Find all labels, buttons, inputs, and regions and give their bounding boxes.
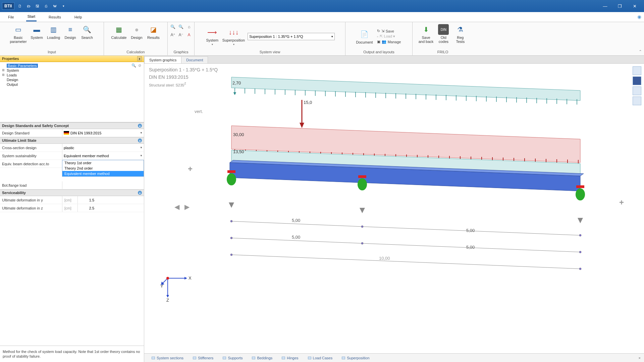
panel-close-icon[interactable]: x	[137, 56, 142, 61]
document-button[interactable]: 📄Document	[356, 28, 374, 45]
svg-point-105	[166, 277, 169, 280]
row-cross-section: Cross-section design plastic▼	[0, 144, 144, 152]
chevron-down-icon: ▼	[140, 131, 143, 134]
loading-button[interactable]: ▥Loading	[46, 23, 61, 40]
dim-10: 10,00	[379, 256, 390, 261]
view-front-icon[interactable]	[633, 76, 641, 85]
cross-section-select[interactable]: plastic▼	[62, 144, 144, 152]
sustainability-select[interactable]: Equivalent member method▼	[62, 152, 144, 160]
nav-prev-icon[interactable]: ◀	[174, 203, 179, 211]
system-button[interactable]: ▬System	[30, 23, 44, 40]
tree-design[interactable]: Design	[2, 77, 142, 82]
save-back-button[interactable]: ⬇Save and back	[418, 23, 434, 44]
tree-reset-icon[interactable]: ⊘	[138, 63, 141, 68]
tree-loads[interactable]: Loads	[2, 73, 142, 77]
old-codes-button[interactable]: DINOld codes	[436, 23, 451, 44]
nav-next-icon[interactable]: ▶	[184, 203, 190, 211]
sphere-icon: ●	[131, 24, 142, 35]
btab-supports[interactable]: Supports	[219, 355, 247, 361]
design-standard-select[interactable]: DIN EN 1993:2015▼	[62, 129, 144, 137]
font-dec-icon[interactable]: A⁻	[178, 32, 184, 38]
load-1350: 13,50	[233, 149, 244, 154]
tree-basic[interactable]: Basic Parameters	[2, 63, 142, 68]
sv-superpos-button[interactable]: ↓↓↓Superposition▾	[222, 26, 246, 47]
add-right-icon[interactable]: +	[619, 198, 627, 206]
open-icon[interactable]: 🗁	[26, 3, 32, 9]
dropdown-option[interactable]: Theory 2nd order	[62, 166, 144, 171]
section-standards[interactable]: Design Standards and Safety Concept▴	[0, 122, 144, 129]
svg-point-81	[576, 188, 585, 200]
tree-output[interactable]: Output	[2, 82, 142, 87]
tree-search-icon[interactable]: 🔍	[131, 63, 136, 68]
btab-hinges[interactable]: Hinges	[278, 355, 302, 361]
view-side-icon[interactable]	[633, 86, 641, 95]
dropdown-option-selected[interactable]: Equivalent member method	[62, 171, 144, 176]
design-icon: ≡	[65, 24, 76, 35]
sv-superpos-icon: ↓↓↓	[228, 27, 239, 38]
add-left-icon[interactable]: +	[188, 164, 196, 172]
ribbon-collapse-icon[interactable]: ⌃	[639, 49, 642, 54]
save-icon[interactable]: 🖫	[35, 3, 41, 9]
canvas[interactable]: Superposition 1 - 1.35*G + 1.5*Q DIN EN …	[144, 64, 644, 353]
svg-point-77	[227, 173, 236, 185]
tree-system[interactable]: System	[2, 68, 142, 73]
menu-help[interactable]: Help	[73, 13, 84, 21]
sv-system-button[interactable]: ⟶System▾	[205, 26, 220, 47]
dim-5c: 5,00	[292, 235, 300, 240]
section-uls[interactable]: Ultimate Limit State▴	[0, 137, 144, 144]
rresults-button[interactable]: ◪Results	[146, 23, 161, 40]
save-back-icon: ⬇	[421, 24, 431, 35]
btab-superposition[interactable]: Superposition	[338, 355, 373, 361]
btab-beddings[interactable]: Beddings	[248, 355, 276, 361]
menu-start[interactable]: Start	[26, 12, 37, 21]
axis-z: Z	[166, 298, 169, 303]
dropdown-option[interactable]: Theory 1st order	[62, 160, 144, 166]
zoom-out-icon[interactable]: 🔍	[178, 23, 184, 30]
basic-parameter-button[interactable]: ▭Basic parameter	[9, 23, 27, 44]
udz-input[interactable]: 2.5	[77, 204, 96, 212]
document-tabs: System graphics Document	[144, 56, 644, 64]
maximize-button[interactable]: ❐	[615, 4, 625, 9]
print-icon[interactable]: ⎙	[43, 3, 49, 9]
tab-document[interactable]: Document	[181, 56, 208, 63]
bot-flange-select[interactable]	[62, 181, 144, 189]
qat-more-icon[interactable]: ▾	[61, 3, 67, 9]
help-icon[interactable]: ◉	[637, 14, 641, 19]
din-icon: DIN	[438, 24, 449, 35]
layout-save[interactable]: ↻⇲Save	[377, 29, 401, 33]
font-inc-icon[interactable]: A⁺	[170, 32, 176, 38]
search-button[interactable]: 🔍Search	[80, 23, 95, 40]
design-button[interactable]: ≡Design	[63, 23, 78, 40]
layout-load[interactable]: ▫⇱Load ▾	[377, 34, 401, 39]
w-icon[interactable]: W	[52, 3, 58, 9]
font-color-icon[interactable]: A	[186, 32, 193, 38]
svg-line-97	[231, 255, 580, 269]
close-button[interactable]: ✕	[630, 4, 639, 9]
row-udy: Ultimate deformation in y [cm]1.5	[0, 196, 144, 204]
tab-system-graphics[interactable]: System graphics	[144, 56, 181, 63]
screen-icon: ▣	[377, 40, 380, 44]
home-icon[interactable]: ⌂	[186, 23, 193, 30]
udy-input[interactable]: 1.5	[77, 196, 96, 204]
layout-manage[interactable]: ▣👥Manage	[377, 40, 401, 44]
minimize-button[interactable]: —	[600, 4, 610, 9]
superposition-combo[interactable]: Superposition 1 : 1.35*G + 1.5*Q▾	[248, 33, 335, 40]
rdesign-button[interactable]: ●Design	[129, 23, 144, 40]
section-service[interactable]: Serviceability▴	[0, 189, 144, 196]
menu-file[interactable]: File	[7, 13, 15, 21]
btab-sections[interactable]: System sections	[148, 355, 187, 361]
graphics-tools: 🔍🔍⌂ A⁺A⁻A	[170, 23, 193, 38]
btab-stiffeners[interactable]: Stiffeners	[189, 355, 217, 361]
btab-loadcases[interactable]: Load Cases	[304, 355, 337, 361]
calculate-button[interactable]: ▦Calculate	[111, 23, 127, 40]
reg-tests-button[interactable]: ⚗Reg Tests	[453, 23, 468, 44]
btabs-close-icon[interactable]: ×	[639, 356, 641, 360]
tab-icon	[152, 357, 155, 359]
zoom-in-icon[interactable]: 🔍	[170, 23, 176, 30]
new-icon[interactable]: 🗋	[17, 3, 23, 9]
view-top-icon[interactable]	[633, 97, 641, 105]
view-iso-icon[interactable]	[633, 66, 641, 75]
nav-tree: Basic Parameters System Loads Design Out…	[0, 62, 144, 88]
menu-results[interactable]: Results	[47, 13, 62, 21]
flask-icon: ⚗	[455, 24, 466, 35]
